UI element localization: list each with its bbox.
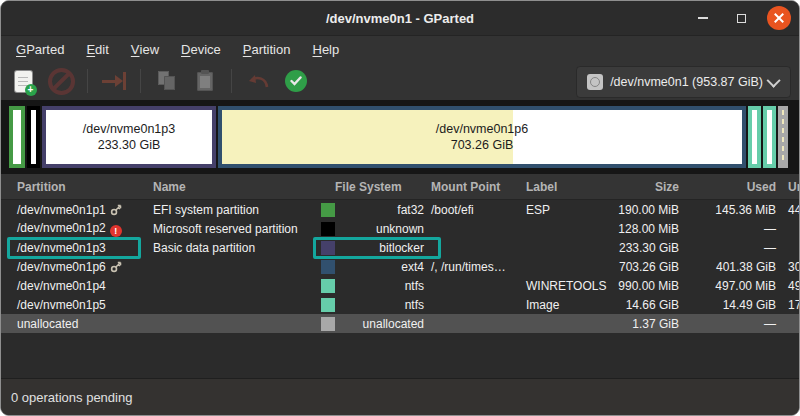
device-selector-value: /dev/nvme0n1 (953.87 GiB): [610, 75, 763, 89]
gparted-window: /dev/nvme0n1 - GParted GParted Edit View…: [0, 0, 800, 416]
menu-help[interactable]: Help: [301, 36, 350, 62]
disk-segment-ntfs[interactable]: [763, 106, 776, 168]
cell-mount-point: [429, 314, 523, 333]
cell-used: 14.49 GiB: [683, 295, 780, 314]
column-header-label[interactable]: Label: [523, 174, 595, 200]
cell-label: Image: [523, 295, 595, 314]
minimize-button[interactable]: [691, 6, 715, 30]
paste-icon: [197, 72, 213, 91]
table-row[interactable]: /dev/nvme0n1p1EFI system partitionfat32/…: [1, 200, 799, 220]
cell-used: 497.00 MiB: [683, 276, 780, 295]
cell-unused: 44.6: [780, 200, 799, 220]
disk-segment-fat32[interactable]: [9, 106, 25, 168]
cell-partition: /dev/nvme0n1p4: [1, 276, 151, 295]
disk-segment-ntfs[interactable]: [748, 106, 761, 168]
undo-button[interactable]: [242, 66, 274, 96]
apply-button[interactable]: [280, 66, 312, 96]
cell-name: Basic data partition: [151, 238, 315, 257]
apply-check-icon: [285, 70, 307, 92]
plus-badge-icon: +: [25, 84, 37, 96]
cell-name: [151, 276, 315, 295]
cell-name: [151, 314, 315, 333]
menu-view[interactable]: View: [120, 36, 170, 62]
disk-segment-unallocated[interactable]: [778, 106, 788, 168]
filesystem-color-swatch: [321, 222, 335, 236]
cell-label: ESP: [523, 200, 595, 220]
cell-label: [523, 314, 595, 333]
column-header-file-system[interactable]: File System: [315, 174, 429, 200]
undo-arrow-icon: [246, 72, 270, 90]
partition-path: unallocated: [17, 317, 78, 331]
table-row[interactable]: /dev/nvme0n1p4ntfsWINRETOOLS990.00 MiB49…: [1, 276, 799, 295]
cell-name: [151, 295, 315, 314]
table-row[interactable]: /dev/nvme0n1p3Basic data partitionbitloc…: [1, 238, 799, 257]
menu-gparted[interactable]: GParted: [5, 36, 75, 62]
operations-pending-text: 0 operations pending: [11, 390, 132, 405]
partition-path: /dev/nvme0n1p6: [17, 260, 106, 274]
disk-segment-/dev/nvme0n1p6[interactable]: /dev/nvme0n1p6703.26 GiB: [218, 106, 746, 168]
cell-partition: /dev/nvme0n1p5: [1, 295, 151, 314]
column-header-size[interactable]: Size: [595, 174, 683, 200]
cell-partition: /dev/nvme0n1p2!: [1, 219, 151, 238]
delete-partition-button[interactable]: [45, 66, 77, 96]
menubar: GParted Edit View Device Partition Help: [1, 36, 799, 62]
column-header-unused[interactable]: Unused: [780, 174, 799, 200]
cell-name: EFI system partition: [151, 200, 315, 220]
new-partition-button[interactable]: +: [7, 66, 39, 96]
resize-arrow-icon: [101, 71, 127, 91]
column-header-used[interactable]: Used: [683, 174, 780, 200]
column-header-name[interactable]: Name: [151, 174, 315, 200]
table-row[interactable]: /dev/nvme0n1p5ntfsImage14.66 GiB14.49 Gi…: [1, 295, 799, 314]
window-controls: [691, 1, 791, 35]
cell-size: 14.66 GiB: [595, 295, 683, 314]
disk-segment-/dev/nvme0n1p3[interactable]: /dev/nvme0n1p3233.30 GiB: [42, 106, 216, 168]
table-row[interactable]: /dev/nvme0n1p6ext4/, /run/times…703.26 G…: [1, 257, 799, 276]
resize-move-button[interactable]: [98, 66, 130, 96]
cell-used: —: [683, 314, 780, 333]
disk-segment-label: /dev/nvme0n1p6703.26 GiB: [222, 110, 742, 164]
cell-mount-point: /boot/efi: [429, 200, 523, 220]
partition-table-area[interactable]: PartitionNameFile SystemMount PointLabel…: [1, 174, 799, 378]
filesystem-name: ntfs: [405, 279, 424, 293]
cell-unused: [780, 238, 799, 257]
copy-partition-button[interactable]: [151, 66, 183, 96]
device-selector[interactable]: /dev/nvme0n1 (953.87 GiB): [576, 66, 791, 98]
cell-filesystem: unallocated: [315, 314, 429, 333]
cell-size: 1.37 GiB: [595, 314, 683, 333]
paste-partition-button[interactable]: [189, 66, 221, 96]
column-header-partition[interactable]: Partition: [1, 174, 151, 200]
partition-table: PartitionNameFile SystemMount PointLabel…: [1, 174, 799, 333]
cell-size: 128.00 MiB: [595, 219, 683, 238]
disk-segment-unknown[interactable]: [27, 106, 40, 168]
disk-visual-bar: /dev/nvme0n1p3233.30 GiB/dev/nvme0n1p670…: [9, 106, 791, 168]
copy-icon: [156, 70, 178, 92]
window-title: /dev/nvme0n1 - GParted: [326, 11, 474, 26]
key-icon: [110, 203, 123, 216]
maximize-button[interactable]: [729, 6, 753, 30]
partition-path: /dev/nvme0n1p2: [17, 221, 106, 235]
cell-filesystem: ntfs: [315, 276, 429, 295]
filesystem-name: fat32: [397, 203, 424, 217]
close-button[interactable]: [767, 6, 791, 30]
cell-filesystem: unknown: [315, 219, 429, 238]
menu-device[interactable]: Device: [170, 36, 232, 62]
table-row[interactable]: /dev/nvme0n1p2!Microsoft reserved partit…: [1, 219, 799, 238]
table-header-row: PartitionNameFile SystemMount PointLabel…: [1, 174, 799, 200]
filesystem-color-swatch: [321, 203, 335, 217]
menu-edit[interactable]: Edit: [75, 36, 119, 62]
cell-label: [523, 219, 595, 238]
toolbar: + /dev/nvme0n1 (953: [1, 62, 799, 100]
cell-used: 145.36 MiB: [683, 200, 780, 220]
cell-mount-point: /, /run/times…: [429, 257, 523, 276]
titlebar[interactable]: /dev/nvme0n1 - GParted: [1, 1, 799, 36]
disk-icon: [587, 74, 603, 90]
warning-icon: !: [110, 225, 122, 237]
cell-size: 233.30 GiB: [595, 238, 683, 257]
table-row[interactable]: unallocatedunallocated1.37 GiB—: [1, 314, 799, 333]
cell-partition: unallocated: [1, 314, 151, 333]
table-body: /dev/nvme0n1p1EFI system partitionfat32/…: [1, 200, 799, 334]
column-header-mount-point[interactable]: Mount Point: [429, 174, 523, 200]
cell-mount-point: [429, 276, 523, 295]
cell-partition: /dev/nvme0n1p1: [1, 200, 151, 220]
menu-partition[interactable]: Partition: [232, 36, 302, 62]
